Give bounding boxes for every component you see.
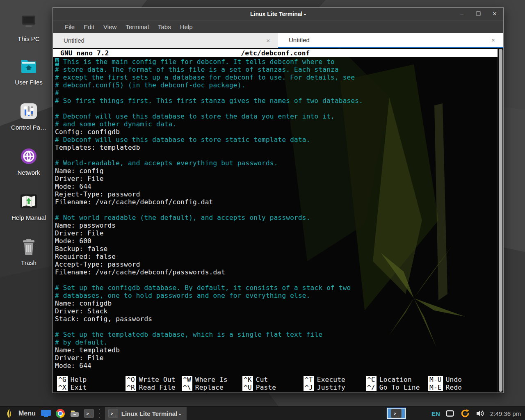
show-desktop-button[interactable] xyxy=(40,408,52,419)
network-globe-icon xyxy=(6,147,52,166)
clock[interactable]: 2:49:36 pm xyxy=(490,410,521,417)
desktop-icon-user-files[interactable]: User Files xyxy=(6,57,52,86)
task-button-terminal[interactable]: >_ Linux Lite Terminal - xyxy=(105,407,187,420)
tray-terminal-button[interactable]: >_ xyxy=(386,407,406,420)
terminal-line: # Set up the templatedb database, which … xyxy=(55,331,498,338)
shortcut-key: ^R xyxy=(126,383,136,391)
file-manager-icon xyxy=(70,409,80,418)
desktop-icon-help-manual[interactable]: Help Manual xyxy=(6,192,52,221)
shortcut-label: Where Is xyxy=(195,376,228,383)
close-icon[interactable]: ✕ xyxy=(492,11,498,17)
minimize-icon[interactable]: – xyxy=(459,11,465,17)
terminal-window: Linux Lite Terminal - – ❒ ✕ File Edit Vi… xyxy=(52,7,504,393)
shortcut-key: ^T xyxy=(304,376,314,383)
shortcut-label: Undo xyxy=(446,376,462,383)
tab-close-icon[interactable]: × xyxy=(266,37,270,44)
nano-shortcut: M-UUndo xyxy=(428,376,462,383)
terminal-line: Config: configdb xyxy=(55,128,498,136)
tab-untitled-1[interactable]: Untitled × xyxy=(53,33,278,48)
menu-view[interactable]: View xyxy=(99,22,121,32)
nano-shortcut: ^\Replace xyxy=(182,383,224,391)
menu-button-label[interactable]: Menu xyxy=(18,410,36,417)
keyboard-layout-indicator[interactable]: EN xyxy=(431,410,440,417)
terminal-line: # World-readable, and accepts everything… xyxy=(55,159,498,167)
tab-close-icon[interactable]: × xyxy=(491,37,495,43)
window-titlebar[interactable]: Linux Lite Terminal - – ❒ ✕ xyxy=(53,8,503,20)
terminal-screen[interactable]: GNU nano 7.2 /etc/debconf.conf # This is… xyxy=(53,48,503,393)
terminal-line: # xyxy=(55,89,498,97)
shortcut-label: Paste xyxy=(256,383,276,391)
terminal-line: # This is the main config file for debco… xyxy=(55,58,498,66)
display-settings-tray[interactable] xyxy=(445,408,455,419)
tab-bar: Untitled × Untitled × xyxy=(53,33,503,48)
shortcut-key: ^G xyxy=(57,376,68,383)
tab-untitled-2[interactable]: Untitled × xyxy=(278,33,503,48)
tab-label: Untitled xyxy=(278,37,310,43)
desktop-icon-control-panel[interactable]: Control Pa… xyxy=(6,102,52,131)
terminal-line: # debconf.conf(5) (in the debconf-doc pa… xyxy=(55,81,498,89)
menu-button[interactable] xyxy=(3,408,15,419)
shortcut-label: Justify xyxy=(317,383,345,391)
terminal-line: # Debconf will use this database to stor… xyxy=(55,136,498,144)
scrollbar-thumb[interactable] xyxy=(499,49,502,392)
task-button-label: Linux Lite Terminal - xyxy=(121,410,181,417)
screen-icon xyxy=(446,410,454,417)
help-manual-icon xyxy=(6,192,52,211)
terminal-line xyxy=(55,276,498,284)
taskbar: Menu >_ >_ Linux Lite Terminal - xyxy=(0,406,525,420)
terminal-line: Filename: /var/cache/debconf/config.dat xyxy=(55,198,498,206)
terminal-lines: # This is the main config file for debco… xyxy=(55,58,498,370)
nano-shortcut: ^UPaste xyxy=(242,383,276,391)
menu-tabs[interactable]: Tabs xyxy=(153,22,176,32)
shortcut-label: Go To Line xyxy=(379,383,420,391)
nano-shortcut: ^XExit xyxy=(57,383,87,391)
terminal-scrollbar[interactable] xyxy=(498,48,503,393)
updates-refresh-icon xyxy=(460,409,470,418)
terminal-line: # and some other dynamic data. xyxy=(55,120,498,128)
menu-terminal[interactable]: Terminal xyxy=(121,22,153,32)
desktop-icon-label: Trash xyxy=(6,259,52,266)
terminal-line: Name: passwords xyxy=(55,221,498,229)
nano-shortcut-row-1: ^GHelp^OWrite Out^WWhere Is^KCut^TExecut… xyxy=(55,376,498,383)
terminal-line: # store data. The format of this file is… xyxy=(55,66,498,73)
nano-shortcut: ^/Go To Line xyxy=(366,383,420,391)
terminal-line: Driver: File xyxy=(55,229,498,237)
terminal-line xyxy=(55,151,498,159)
terminal-line: # So first things first. This first stan… xyxy=(55,97,498,105)
nano-shortcut: M-ERedo xyxy=(428,383,462,391)
shortcut-label: Location xyxy=(379,376,412,383)
desktop-icon-label: User Files xyxy=(6,79,52,86)
terminal-line: Accept-Type: password xyxy=(55,260,498,268)
shortcut-key: ^O xyxy=(126,376,136,383)
desktop-icon-network[interactable]: Network xyxy=(6,147,52,176)
nano-shortcut: ^CLocation xyxy=(366,376,412,383)
menu-bar: File Edit View Terminal Tabs Help xyxy=(53,20,503,33)
menu-help[interactable]: Help xyxy=(176,22,197,32)
maximize-icon[interactable]: ❒ xyxy=(475,11,481,17)
shortcut-label: Cut xyxy=(256,376,268,383)
nano-shortcut: ^OWrite Out xyxy=(126,376,176,383)
shortcut-label: Execute xyxy=(317,376,345,383)
terminal-line xyxy=(55,206,498,214)
desktop-icon-label: Network xyxy=(6,169,52,176)
shortcut-key: ^J xyxy=(304,383,314,391)
chrome-launcher[interactable] xyxy=(55,408,66,419)
terminal-line: # databases, one to hold passwords and o… xyxy=(55,292,498,299)
terminal-line: Driver: Stack xyxy=(55,307,498,315)
text-cursor: # xyxy=(55,58,59,66)
terminal-line: # Set up the configdb database. By defau… xyxy=(55,284,498,292)
volume-tray[interactable] xyxy=(475,408,485,419)
file-manager-launcher[interactable] xyxy=(69,408,80,419)
menu-file[interactable]: File xyxy=(60,22,79,32)
desktop-icon-this-pc[interactable]: This PC xyxy=(6,13,52,42)
menu-edit[interactable]: Edit xyxy=(79,22,99,32)
shortcut-key: M-E xyxy=(428,383,443,391)
terminal-line: Driver: File xyxy=(55,175,498,183)
update-notifier-tray[interactable] xyxy=(460,408,470,419)
desktop-icon-label: This PC xyxy=(6,35,52,42)
terminal-line: Mode: 600 xyxy=(55,237,498,245)
desktop-icon-trash[interactable]: Trash xyxy=(6,237,52,266)
nano-titlebar: GNU nano 7.2 /etc/debconf.conf xyxy=(53,49,498,57)
terminal-launcher[interactable]: >_ xyxy=(83,408,95,419)
terminal-line: # Debconf will use this database to stor… xyxy=(55,112,498,120)
